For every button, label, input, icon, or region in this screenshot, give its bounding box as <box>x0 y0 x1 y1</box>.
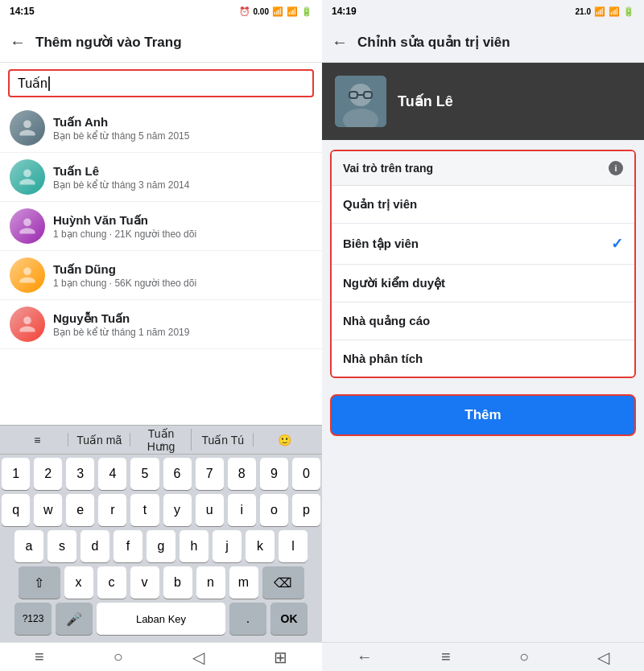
key-t[interactable]: t <box>130 494 159 526</box>
key-f[interactable]: f <box>114 530 142 562</box>
space-key[interactable]: Laban Key <box>97 603 225 635</box>
keyboard-rows: 1 2 3 4 5 6 7 8 9 0 q w e r t y u i <box>0 455 322 642</box>
key-7[interactable]: 7 <box>196 458 224 490</box>
key-n[interactable]: n <box>196 566 225 599</box>
contact-list: Tuấn Anh Bạn bè kể từ tháng 5 năm 2015 T… <box>0 104 322 425</box>
key-d[interactable]: d <box>80 530 109 562</box>
key-m[interactable]: m <box>229 566 258 599</box>
key-g[interactable]: g <box>147 530 175 562</box>
key-p[interactable]: p <box>292 494 320 526</box>
contact-name: Nguyễn Tuấn <box>53 311 189 326</box>
wifi-icon: 📶 <box>272 6 283 17</box>
key-q[interactable]: q <box>2 494 30 526</box>
key-b[interactable]: b <box>163 566 192 599</box>
list-item[interactable]: Nguyễn Tuấn Bạn bè kể từ tháng 1 năm 201… <box>0 300 322 349</box>
key-j[interactable]: j <box>213 530 242 562</box>
key-x[interactable]: x <box>64 566 93 599</box>
left-header: ← Thêm người vào Trang <box>0 23 322 63</box>
info-icon[interactable]: i <box>609 161 623 175</box>
battery-icon: 🔋 <box>301 6 312 17</box>
suggestion-tuan-hung[interactable]: Tuấn Hưng <box>130 422 192 458</box>
key-0[interactable]: 0 <box>292 458 320 490</box>
nav-back-icon[interactable]: ◁ <box>192 648 204 667</box>
right-nav-prev-icon[interactable]: ◁ <box>597 648 609 667</box>
num-key[interactable]: ?123 <box>14 603 52 635</box>
suggestion-tuan-ma[interactable]: Tuấn mã <box>68 429 130 451</box>
search-field-wrapper[interactable]: Tuấn <box>8 69 314 97</box>
role-item-advertiser[interactable]: Nhà quảng cáo <box>332 303 634 340</box>
contact-name: Tuấn Lê <box>53 164 189 179</box>
key-c[interactable]: c <box>97 566 126 599</box>
key-y[interactable]: y <box>163 494 192 526</box>
right-battery-icon: 🔋 <box>623 6 634 17</box>
left-header-title: Thêm người vào Trang <box>35 34 182 51</box>
list-item[interactable]: Tuấn Lê Bạn bè kể từ tháng 3 năm 2014 <box>0 153 322 202</box>
add-button[interactable]: Thêm <box>330 394 636 436</box>
key-o[interactable]: o <box>260 494 288 526</box>
key-2[interactable]: 2 <box>34 458 62 490</box>
list-item[interactable]: Huỳnh Văn Tuấn 1 bạn chung · 21K người t… <box>0 202 322 251</box>
key-row-space: ?123 🎤 Laban Key . OK <box>2 603 320 635</box>
key-6[interactable]: 6 <box>163 458 192 490</box>
right-nav-menu-icon[interactable]: ≡ <box>441 648 451 666</box>
mic-key[interactable]: 🎤 <box>56 603 93 635</box>
key-3[interactable]: 3 <box>66 458 94 490</box>
key-u[interactable]: u <box>196 494 224 526</box>
role-name: Biên tập viên <box>343 237 419 251</box>
role-name: Nhà quảng cáo <box>343 314 430 328</box>
role-item-admin[interactable]: Quản trị viên <box>332 186 634 224</box>
key-k[interactable]: k <box>246 530 275 562</box>
contact-info: Tuấn Lê Bạn bè kể từ tháng 3 năm 2014 <box>53 164 189 191</box>
list-item[interactable]: Tuấn Dũng 1 bạn chung · 56K người theo d… <box>0 251 322 300</box>
profile-avatar <box>335 76 386 127</box>
spacer <box>322 446 644 642</box>
left-time: 14:15 <box>10 6 35 17</box>
role-item-analyst[interactable]: Nhà phân tích <box>332 340 634 377</box>
profile-name: Tuấn Lê <box>398 93 453 110</box>
suggestion-emoji[interactable]: 🙂 <box>254 429 316 451</box>
key-row-numbers: 1 2 3 4 5 6 7 8 9 0 <box>2 458 320 490</box>
key-i[interactable]: i <box>228 494 256 526</box>
key-h[interactable]: h <box>180 530 208 562</box>
checkmark-icon: ✓ <box>611 235 623 253</box>
dot-key[interactable]: . <box>229 603 266 635</box>
key-9[interactable]: 9 <box>260 458 288 490</box>
suggestion-1[interactable]: ≡ <box>6 429 68 451</box>
key-s[interactable]: s <box>47 530 76 562</box>
search-value: Tuấn <box>18 76 47 91</box>
avatar <box>10 159 45 195</box>
contact-info: Tuấn Anh Bạn bè kể từ tháng 5 năm 2015 <box>53 115 189 142</box>
right-nav-home-icon[interactable]: ○ <box>519 648 529 666</box>
role-item-moderator[interactable]: Người kiểm duyệt <box>332 265 634 303</box>
contact-sub: Bạn bè kể từ tháng 1 năm 2019 <box>53 327 189 338</box>
key-v[interactable]: v <box>130 566 159 599</box>
nav-apps-icon[interactable]: ⊞ <box>274 648 287 667</box>
nav-menu-icon[interactable]: ≡ <box>35 648 44 666</box>
role-name: Quản trị viên <box>343 197 417 212</box>
contact-name: Huỳnh Văn Tuấn <box>53 213 196 228</box>
key-8[interactable]: 8 <box>228 458 256 490</box>
key-a[interactable]: a <box>14 530 43 562</box>
key-r[interactable]: r <box>98 494 126 526</box>
list-item[interactable]: Tuấn Anh Bạn bè kể từ tháng 5 năm 2015 <box>0 104 322 153</box>
key-1[interactable]: 1 <box>2 458 30 490</box>
nav-home-icon[interactable]: ○ <box>114 648 123 666</box>
key-e[interactable]: e <box>66 494 94 526</box>
right-back-button[interactable]: ← <box>332 33 348 51</box>
key-4[interactable]: 4 <box>98 458 126 490</box>
contact-name: Tuấn Anh <box>53 115 189 130</box>
ok-key[interactable]: OK <box>270 603 308 635</box>
left-back-button[interactable]: ← <box>10 33 26 51</box>
key-w[interactable]: w <box>34 494 62 526</box>
right-nav-back-icon[interactable]: ← <box>357 648 373 666</box>
left-status-icons: ⏰ 0.00 📶 📶 🔋 <box>239 6 312 17</box>
suggestion-tuan-tu[interactable]: Tuấn Tú <box>192 429 254 451</box>
key-row-zxcv: ⇧ x c v b n m ⌫ <box>2 566 320 599</box>
right-panel: 14:19 21.0 📶 📶 🔋 ← Chỉnh sửa quản trị vi… <box>322 0 644 671</box>
role-item-editor[interactable]: Biên tập viên ✓ <box>332 224 634 265</box>
shift-key[interactable]: ⇧ <box>19 566 60 599</box>
key-l[interactable]: l <box>279 530 308 562</box>
delete-key[interactable]: ⌫ <box>262 566 304 599</box>
key-5[interactable]: 5 <box>130 458 159 490</box>
right-signal-icon: 📶 <box>609 6 620 17</box>
